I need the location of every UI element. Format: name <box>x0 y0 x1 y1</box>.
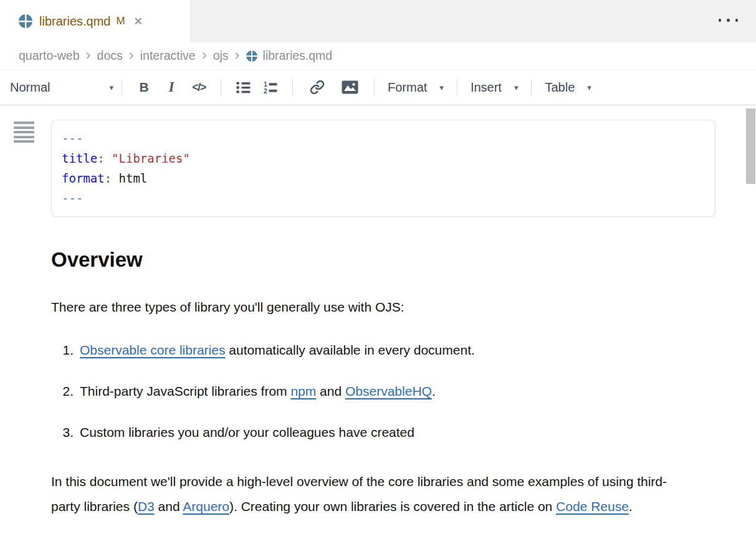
italic-button[interactable]: I <box>158 75 185 99</box>
doc-link[interactable]: Observable core libraries <box>80 343 225 357</box>
breadcrumb-separator-icon: › <box>235 47 240 64</box>
toolbar-divider <box>122 79 122 95</box>
doc-link[interactable]: Code Reuse <box>556 499 629 513</box>
bold-button[interactable]: B <box>130 75 158 99</box>
insert-menu-label: Insert <box>471 80 502 95</box>
text-run: ). Creating your own libraries is covere… <box>229 499 556 513</box>
tab-bar-empty-area <box>191 0 756 42</box>
breadcrumb-item[interactable]: docs <box>97 49 123 63</box>
close-icon[interactable]: × <box>134 14 143 29</box>
list-item-text: Third-party JavaScript libraries from np… <box>80 383 436 399</box>
format-menu[interactable]: Format ▾ <box>383 80 449 95</box>
toolbar-divider <box>221 79 221 95</box>
insert-menu[interactable]: Insert ▾ <box>466 80 524 95</box>
code-line: --- <box>62 128 705 148</box>
scrollbar-track[interactable] <box>745 106 756 554</box>
breadcrumb-item[interactable]: quarto-web <box>19 49 80 63</box>
svg-text:2: 2 <box>264 87 267 94</box>
breadcrumb: quarto-web›docs›interactive›ojs›librarie… <box>0 42 756 70</box>
doc-link[interactable]: D3 <box>138 499 155 513</box>
closing-paragraph: In this document we'll provide a high-le… <box>51 469 679 519</box>
bullet-list-button[interactable] <box>229 75 257 99</box>
text-run: automatically available in every documen… <box>225 343 474 357</box>
paragraph-style-select[interactable]: Normal ▾ <box>9 80 113 95</box>
visual-editor-surface[interactable]: ---title: "Libraries"format: html--- Ove… <box>0 105 756 519</box>
text-run: . <box>432 384 436 398</box>
doc-link[interactable]: ObservableHQ <box>345 384 432 398</box>
list-item-text: Observable core libraries automatically … <box>80 342 475 358</box>
code-button[interactable]: </> <box>185 75 213 99</box>
list-marker: 3. <box>51 424 74 441</box>
list-marker: 1. <box>51 342 74 358</box>
tab-bar: libraries.qmd M × <box>0 0 756 42</box>
code-line: format: html <box>62 168 705 188</box>
toolbar-divider <box>292 79 293 95</box>
numbered-list: 1.Observable core libraries automaticall… <box>51 342 756 441</box>
toolbar-divider <box>457 79 457 95</box>
list-item: 3.Custom libraries you and/or your colle… <box>51 424 756 441</box>
code-line: title: "Libraries" <box>62 148 705 168</box>
modified-badge: M <box>116 15 125 27</box>
breadcrumb-separator-icon: › <box>129 47 134 64</box>
link-button[interactable] <box>301 75 333 99</box>
block-drag-handle-icon[interactable] <box>14 122 34 143</box>
formatting-toolbar: Normal ▾ B I </> 1 2 <box>0 70 756 105</box>
table-menu[interactable]: Table ▾ <box>540 80 596 95</box>
list-marker: 2. <box>51 383 74 399</box>
breadcrumb-separator-icon: › <box>86 47 91 64</box>
chevron-down-icon: ▾ <box>587 83 591 92</box>
format-menu-label: Format <box>388 80 427 95</box>
paragraph-style-label: Normal <box>10 80 50 95</box>
code-line: --- <box>62 188 705 208</box>
doc-link[interactable]: npm <box>290 384 316 398</box>
text-run: and <box>155 499 183 513</box>
image-button[interactable] <box>333 75 366 99</box>
list-item-text: Custom libraries you and/or your colleag… <box>80 424 414 441</box>
tab-libraries-qmd[interactable]: libraries.qmd M × <box>0 0 191 42</box>
doc-link[interactable]: Arquero <box>183 499 229 513</box>
toolbar-divider <box>531 79 532 95</box>
breadcrumb-item[interactable]: interactive <box>140 49 196 63</box>
toolbar-divider <box>374 79 375 95</box>
numbered-list-icon: 1 2 <box>264 81 278 94</box>
chevron-down-icon: ▾ <box>109 83 113 92</box>
breadcrumb-separator-icon: › <box>202 47 207 64</box>
list-item: 2.Third-party JavaScript libraries from … <box>51 383 756 399</box>
table-menu-label: Table <box>545 80 575 95</box>
breadcrumb-item[interactable]: libraries.qmd <box>246 49 333 63</box>
image-icon <box>342 80 358 94</box>
breadcrumb-item[interactable]: ojs <box>213 49 229 63</box>
text-run: and <box>316 384 345 398</box>
list-item: 1.Observable core libraries automaticall… <box>51 342 756 358</box>
chevron-down-icon: ▾ <box>439 83 444 92</box>
numbered-list-button[interactable]: 1 2 <box>257 75 284 99</box>
tab-title: libraries.qmd <box>39 14 110 29</box>
text-run: Third-party JavaScript libraries from <box>80 384 290 398</box>
quarto-file-icon <box>19 14 32 28</box>
link-icon <box>310 80 325 95</box>
bullet-list-icon <box>236 81 251 94</box>
text-run: Custom libraries you and/or your colleag… <box>80 425 414 439</box>
text-run: . <box>629 499 633 513</box>
yaml-code-block[interactable]: ---title: "Libraries"format: html--- <box>51 120 715 217</box>
chevron-down-icon: ▾ <box>514 83 519 92</box>
section-heading: Overview <box>51 247 756 272</box>
quarto-file-icon <box>246 50 257 62</box>
intro-paragraph: There are three types of library you'll … <box>51 299 756 315</box>
scrollbar-thumb[interactable] <box>746 108 755 184</box>
more-actions-button[interactable] <box>719 19 739 22</box>
